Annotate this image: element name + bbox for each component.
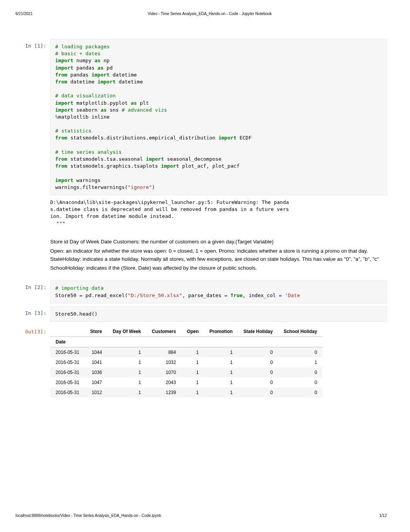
table-cell: 1	[278, 357, 323, 367]
table-cell: 0	[238, 367, 278, 377]
table-cell: 1	[204, 367, 238, 377]
table-cell: 0	[238, 347, 278, 357]
cell-3: In [3]: Store50.head()	[15, 306, 387, 322]
markdown-line-2: Open: an indicator for whether the store…	[50, 247, 382, 263]
page-header: 6/21/2021 Video - Time Series Analysis_E…	[15, 12, 387, 16]
table-cell: 1	[107, 377, 146, 388]
table-cell: 1	[181, 377, 204, 388]
table-cell: 1	[204, 377, 238, 388]
table-cell: 0	[278, 347, 323, 357]
table-cell: 0	[278, 388, 323, 398]
col-customers: Customers	[146, 326, 181, 337]
table-row: 2016-05-311012112391100	[50, 388, 322, 398]
row-index: 2016-05-31	[50, 377, 85, 388]
col-school-holiday: School Holiday	[278, 326, 323, 337]
table-cell: 1032	[146, 357, 181, 367]
cell-2: In [2]: # importing data Store50 = pd.re…	[15, 280, 387, 303]
table-cell: 0	[278, 367, 323, 377]
table-cell: 0	[238, 377, 278, 388]
prompt-in-2: In [2]:	[15, 280, 50, 303]
prompt-in-3: In [3]:	[15, 306, 50, 322]
table-cell: 0	[278, 377, 323, 388]
table-cell: 1	[107, 357, 146, 367]
table-cell: 1044	[85, 347, 107, 357]
table-row: 2016-05-311036110701100	[50, 367, 322, 377]
table-cell: 1	[181, 347, 204, 357]
col-store: Store	[85, 326, 107, 337]
code-cell-3[interactable]: Store50.head()	[50, 306, 387, 322]
row-index: 2016-05-31	[50, 357, 85, 367]
footer-page: 1/12	[380, 513, 387, 518]
markdown-cell: Store id Day of Week Date Customers: the…	[15, 234, 387, 278]
cell-3-output: Out[3]: Store Day Of Week Customers Open…	[15, 325, 387, 398]
table-cell: 1	[181, 367, 204, 377]
page: 6/21/2021 Video - Time Series Analysis_E…	[0, 0, 410, 529]
table-cell: 1	[181, 357, 204, 367]
output-cell-1: D:\Anaconda\lib\site-packages\ipykernel_…	[50, 195, 387, 231]
table-index-name-row: Date	[50, 337, 322, 347]
table-cell: 1	[181, 388, 204, 398]
table-cell: 1	[204, 347, 238, 357]
cell-1: In [1]: # loading packages # basic + dat…	[15, 39, 387, 231]
prompt-out-3: Out[3]:	[15, 325, 50, 398]
code-cell-2[interactable]: # importing data Store50 = pd.read_excel…	[50, 280, 387, 303]
table-cell: 1070	[146, 367, 181, 377]
table-cell: 1012	[85, 388, 107, 398]
markdown-text: Store id Day of Week Date Customers: the…	[50, 234, 387, 278]
markdown-line-3: SchoolHoliday: indicates if the (Store, …	[50, 264, 382, 272]
table-row: 2016-05-311047120431100	[50, 377, 322, 388]
row-index: 2016-05-31	[50, 367, 85, 377]
footer-url: localhost:8888/notebooks/Video - Time Se…	[15, 513, 161, 518]
table-cell: 884	[146, 347, 181, 357]
table-cell: 1	[107, 367, 146, 377]
table-cell: 1041	[85, 357, 107, 367]
header-date: 6/21/2021	[15, 12, 33, 16]
prompt-in-1: In [1]:	[15, 39, 50, 231]
table-cell: 1047	[85, 377, 107, 388]
page-footer: localhost:8888/notebooks/Video - Time Se…	[15, 513, 387, 518]
table-cell: 0	[238, 388, 278, 398]
col-state-holiday: State Holiday	[238, 326, 278, 337]
table-cell: 1	[107, 347, 146, 357]
table-cell: 0	[238, 357, 278, 367]
col-open: Open	[181, 326, 204, 337]
table-row: 2016-05-311041110321101	[50, 357, 322, 367]
table-cell: 1239	[146, 388, 181, 398]
markdown-line-1: Store id Day of Week Date Customers: the…	[50, 238, 382, 246]
table-row: 2016-05-31104418841100	[50, 347, 322, 357]
col-promotion: Promotion	[204, 326, 238, 337]
code-cell-1[interactable]: # loading packages # basic + dates impor…	[50, 39, 387, 195]
row-index: 2016-05-31	[50, 388, 85, 398]
index-name: Date	[50, 337, 85, 347]
table-header-row: Store Day Of Week Customers Open Promoti…	[50, 326, 322, 337]
header-title: Video - Time Series Analysis_EDA_Hands-o…	[147, 12, 272, 16]
col-day-of-week: Day Of Week	[107, 326, 146, 337]
row-index: 2016-05-31	[50, 347, 85, 357]
table-cell: 1	[107, 388, 146, 398]
table-cell: 2043	[146, 377, 181, 388]
table-cell: 1	[204, 357, 238, 367]
table-cell: 1036	[85, 367, 107, 377]
dataframe-table: Store Day Of Week Customers Open Promoti…	[50, 326, 322, 398]
table-cell: 1	[204, 388, 238, 398]
